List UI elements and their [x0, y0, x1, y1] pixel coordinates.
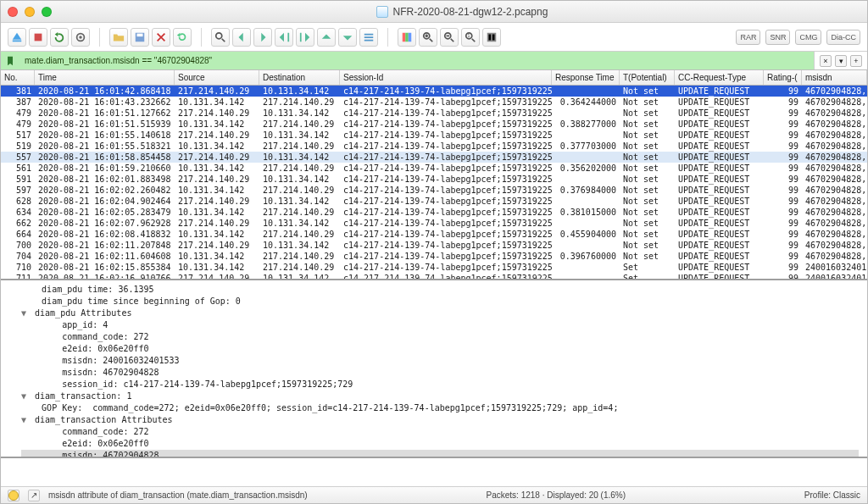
start-capture-button[interactable] [8, 28, 26, 47]
col-ccrequest[interactable]: CC-Request-Type [675, 70, 764, 85]
status-field: msisdn attribute of diam_transaction (ma… [48, 490, 308, 500]
detail-text: app_id: 4 [62, 320, 108, 330]
col-destination[interactable]: Destination [259, 70, 340, 85]
panel-btn-rar[interactable]: RAR [736, 30, 760, 45]
close-file-button[interactable] [152, 28, 170, 47]
col-response[interactable]: Response Time [552, 70, 620, 85]
panel-btn-diacc[interactable]: Dia-CC [826, 30, 860, 45]
packet-row[interactable]: 6622020-08-21 16:02:07.962928217.214.140… [1, 218, 867, 229]
svg-rect-7 [403, 32, 406, 42]
tree-toggle[interactable]: ▼ [21, 414, 30, 426]
panel-btn-snr[interactable]: SNR [765, 30, 790, 45]
packet-row[interactable]: 6342020-08-21 16:02:05.28347910.131.34.1… [1, 207, 867, 218]
col-time[interactable]: Time [35, 70, 175, 85]
go-prev-button[interactable] [232, 28, 251, 47]
reload-button[interactable] [173, 28, 192, 47]
go-up-button[interactable] [317, 28, 336, 47]
resize-columns-button[interactable] [482, 28, 501, 47]
detail-text: diam_transaction: 1 [35, 391, 131, 401]
close-window-button[interactable] [8, 7, 18, 17]
filter-clear-button[interactable]: × [820, 55, 832, 67]
go-next-button[interactable] [253, 28, 272, 47]
detail-text: e2eid: 0x06e20ff0 [62, 439, 148, 448]
packet-list-pane[interactable]: 3812020-08-21 16:01:42.868418217.214.140… [1, 86, 867, 280]
packet-row[interactable]: 5172020-08-21 16:01:55.140618217.214.140… [1, 130, 867, 141]
colorize-button[interactable] [398, 28, 416, 47]
bookmark-filter-icon[interactable] [1, 52, 19, 69]
open-file-button[interactable] [109, 28, 128, 47]
auto-scroll-button[interactable] [359, 28, 378, 47]
display-filter-input[interactable] [19, 52, 814, 69]
expand-button[interactable]: ↗ [28, 490, 40, 501]
window-controls [8, 7, 52, 17]
packet-row[interactable]: 5912020-08-21 16:02:01.883498217.214.140… [1, 174, 867, 185]
status-profile[interactable]: Profile: Classic [804, 490, 860, 500]
detail-text: e2eid: 0x06e20ff0 [62, 344, 148, 353]
detail-text: diam_pdu time since beginning of Gop: 0 [42, 296, 241, 306]
detail-text: command_code: 272 [62, 427, 148, 436]
panel-btn-cmg[interactable]: CMG [795, 30, 821, 45]
packet-row[interactable]: 5572020-08-21 16:01:58.854458217.214.140… [1, 152, 867, 163]
detail-text: diam_pdu Attributes [35, 308, 131, 318]
tree-toggle[interactable]: ▼ [21, 390, 30, 402]
tree-toggle[interactable]: ▼ [21, 307, 30, 319]
go-last-button[interactable] [296, 28, 314, 47]
col-source[interactable]: Source [175, 70, 259, 85]
detail-text: session_id: c14-217-214-139-74-labepg1pc… [62, 379, 353, 389]
packet-row[interactable]: 5972020-08-21 16:02:02.26048210.131.34.1… [1, 185, 867, 196]
svg-rect-8 [405, 32, 409, 42]
packet-row[interactable]: 6282020-08-21 16:02:04.902464217.214.140… [1, 196, 867, 207]
packet-row[interactable]: 5612020-08-21 16:01:59.21066010.131.34.1… [1, 163, 867, 174]
packet-row[interactable]: 3872020-08-21 16:01:43.23266210.131.34.1… [1, 97, 867, 108]
svg-point-3 [79, 36, 82, 39]
col-no[interactable]: No. [1, 70, 35, 85]
detail-line[interactable] [21, 285, 42, 294]
detail-text: diam_transaction Attributes [35, 415, 173, 424]
packet-row[interactable]: 7102020-08-21 16:02:15.85538410.131.34.1… [1, 262, 867, 273]
toolbar-right: RAR SNR CMG Dia-CC [736, 30, 860, 45]
minimize-window-button[interactable] [25, 7, 35, 17]
detail-msisdn-highlight[interactable]: msisdn: 46702904828 [62, 451, 159, 458]
zoom-reset-button[interactable]: 1 [461, 28, 480, 47]
zoom-window-button[interactable] [42, 7, 52, 17]
filter-plus-button[interactable]: + [850, 55, 862, 67]
capture-options-button[interactable] [71, 28, 90, 47]
packet-row[interactable]: 7002020-08-21 16:02:11.207848217.214.140… [1, 240, 867, 251]
svg-rect-5 [137, 33, 143, 36]
packet-row[interactable]: 3812020-08-21 16:01:42.868418217.214.140… [1, 86, 867, 97]
filter-bookmark-button[interactable]: ▾ [835, 55, 847, 67]
save-file-button[interactable] [131, 28, 149, 47]
detail-text: msisdn: 240016032401533 [62, 356, 179, 365]
zoom-out-button[interactable] [440, 28, 459, 47]
window-title-text: NFR-2020-08-21-dgw12-2.pcapng [393, 6, 548, 18]
stop-capture-button[interactable] [29, 28, 47, 47]
detail-text: command_code: 272 [62, 332, 148, 341]
packet-row[interactable]: 4792020-08-21 16:01:51.51593910.131.34.1… [1, 119, 867, 130]
display-filter-bar: × ▾ + [1, 52, 867, 70]
go-first-button[interactable] [275, 28, 293, 47]
svg-rect-1 [35, 33, 42, 41]
packet-details-pane[interactable]: diam_pdu time: 36.1395 diam_pdu time sin… [1, 280, 867, 458]
window-titlebar: NFR-2020-08-21-dgw12-2.pcapng [1, 1, 867, 23]
zoom-in-button[interactable] [419, 28, 437, 47]
packet-row[interactable]: 7042020-08-21 16:02:11.60460810.131.34.1… [1, 251, 867, 262]
svg-text:1: 1 [468, 33, 470, 38]
expert-info-button[interactable] [8, 490, 19, 501]
detail-text: diam_pdu time: 36.1395 [42, 285, 153, 294]
restart-capture-button[interactable] [50, 28, 69, 47]
col-rating[interactable]: Rating-( [764, 70, 802, 85]
main-toolbar: 1 RAR SNR CMG Dia-CC [1, 23, 867, 52]
packet-row[interactable]: 5192020-08-21 16:01:55.51832110.131.34.1… [1, 141, 867, 152]
go-down-button[interactable] [338, 28, 357, 47]
window-title: NFR-2020-08-21-dgw12-2.pcapng [64, 6, 860, 18]
packet-row[interactable]: 6642020-08-21 16:02:08.41883210.131.34.1… [1, 229, 867, 240]
packet-row[interactable]: 7112020-08-21 16:02:16.910766217.214.140… [1, 273, 867, 280]
file-icon [376, 6, 388, 18]
find-button[interactable] [211, 28, 230, 47]
col-tpotential[interactable]: T(Potential) [620, 70, 675, 85]
col-session-id[interactable]: Session-Id [340, 70, 552, 85]
col-msisdn[interactable]: msisdn [802, 70, 867, 85]
detail-text: msisdn: 46702904828 [62, 368, 159, 377]
detail-text: GOP Key: command_code=272; e2eid=0x06e20… [42, 403, 618, 413]
packet-row[interactable]: 4792020-08-21 16:01:51.127662217.214.140… [1, 108, 867, 119]
